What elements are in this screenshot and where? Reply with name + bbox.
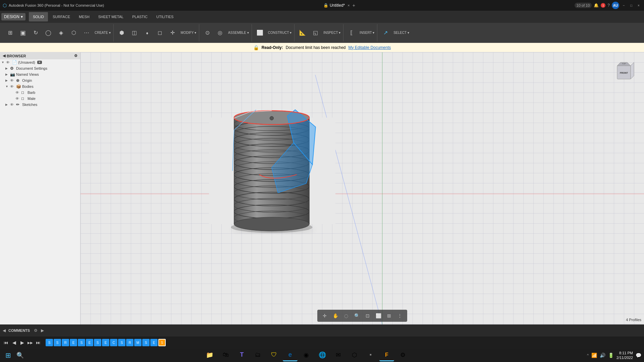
timeline-op-5[interactable]: S bbox=[78, 339, 85, 346]
timeline-op-3[interactable]: R bbox=[62, 339, 69, 346]
tab-utilities[interactable]: UTILITIES bbox=[152, 12, 177, 21]
tree-item-doc-settings[interactable]: ▶ ⚙ Document Settings bbox=[0, 65, 80, 71]
tree-item-bodies[interactable]: ▼ 👁 📦 Bodies bbox=[0, 83, 80, 89]
chamfer-button[interactable]: ⬧ bbox=[141, 27, 153, 39]
section-button[interactable]: ◱ bbox=[309, 27, 321, 39]
taskbar-edge[interactable]: e bbox=[283, 349, 298, 361]
tab-solid[interactable]: SOLID bbox=[29, 12, 48, 21]
viewport[interactable]: FRONT TOP ✛ ✋ ◌ 🔍 ⊡ ⬜ ⊞ ⋮ 4 Profiles bbox=[80, 52, 644, 324]
timeline-op-6[interactable]: E bbox=[86, 339, 93, 346]
timeline-next-button[interactable]: ▶▶ bbox=[27, 339, 34, 346]
taskbar-earth[interactable]: 🌐 bbox=[315, 349, 330, 361]
loft-button[interactable]: ◈ bbox=[55, 27, 67, 39]
timeline-op-13[interactable]: S bbox=[142, 339, 150, 346]
cursor-tool-button[interactable]: ✛ bbox=[320, 311, 329, 320]
timeline-op-10[interactable]: S bbox=[118, 339, 125, 346]
move-button[interactable]: ✛ bbox=[167, 27, 179, 39]
tree-item-unsaved[interactable]: ▼ 👁 📄 (Unsaved) ✕ bbox=[0, 59, 80, 65]
tab-plastic[interactable]: PLASTIC bbox=[128, 12, 152, 21]
press-pull-button[interactable]: ⬢ bbox=[116, 27, 128, 39]
select-tool-button[interactable]: ↗ bbox=[379, 27, 391, 39]
timeline-op-8[interactable]: E bbox=[102, 339, 109, 346]
inspect-dropdown[interactable]: INSPECT ▾ bbox=[322, 30, 342, 35]
construct-dropdown[interactable]: CONSTRUCT ▾ bbox=[267, 30, 293, 35]
viewcube[interactable]: FRONT TOP bbox=[610, 59, 637, 86]
collapse-icon[interactable]: ◀ bbox=[3, 54, 5, 58]
fit-view-button[interactable]: ⊡ bbox=[363, 311, 372, 320]
tree-item-origin[interactable]: ▶ 👁 ⊕ Origin bbox=[0, 77, 80, 83]
rib-button[interactable]: ⬡ bbox=[68, 27, 80, 39]
close-button[interactable]: × bbox=[636, 3, 641, 8]
start-button[interactable]: ⊞ bbox=[3, 350, 13, 361]
more-view-button[interactable]: ⋮ bbox=[395, 311, 405, 320]
timeline-op-4[interactable]: E bbox=[70, 339, 77, 346]
assemble-dropdown[interactable]: ASSEMBLE ▾ bbox=[227, 30, 250, 35]
extrude-button[interactable]: ▣ bbox=[17, 27, 29, 39]
taskbar-explorer[interactable]: 📁 bbox=[202, 349, 217, 361]
taskbar-cmd[interactable]: ▪ bbox=[363, 349, 378, 361]
add-tab-icon[interactable]: + bbox=[353, 3, 355, 8]
close-tab-icon[interactable]: × bbox=[347, 3, 350, 7]
tab-mesh[interactable]: MESH bbox=[75, 12, 94, 21]
create-dropdown[interactable]: CREATE ▾ bbox=[93, 30, 112, 35]
grid-toggle-button[interactable]: ⊞ bbox=[384, 311, 394, 320]
revolve-button[interactable]: ↻ bbox=[30, 27, 42, 39]
comments-settings-icon[interactable]: ⚙ bbox=[34, 328, 38, 333]
sweep-button[interactable]: ◯ bbox=[42, 27, 54, 39]
modify-dropdown[interactable]: MODIFY ▾ bbox=[179, 30, 198, 35]
taskbar-teams[interactable]: T bbox=[234, 349, 249, 361]
timeline-op-14[interactable]: E bbox=[150, 339, 158, 346]
timeline-last-button[interactable]: ⏭ bbox=[35, 339, 42, 346]
shell-button[interactable]: ◻ bbox=[154, 27, 166, 39]
maximize-button[interactable]: □ bbox=[629, 3, 634, 8]
timeline-prev-button[interactable]: ◀ bbox=[11, 339, 17, 346]
taskbar-hex[interactable]: ⬡ bbox=[347, 349, 362, 361]
orbit-tool-button[interactable]: ◌ bbox=[341, 311, 351, 320]
user-avatar[interactable]: AU bbox=[612, 2, 619, 9]
tree-item-sketches[interactable]: ▶ 👁 ✏ Sketches bbox=[0, 102, 80, 108]
timeline-op-1[interactable]: S bbox=[46, 339, 53, 346]
expand-right-icon[interactable]: ▶ bbox=[41, 328, 44, 333]
new-component-button[interactable]: ⊞ bbox=[4, 27, 16, 39]
taskbar-settings[interactable]: ⚙ bbox=[395, 349, 410, 361]
taskbar-norton[interactable]: 🛡 bbox=[267, 349, 281, 361]
question-icon[interactable]: ? bbox=[607, 3, 610, 8]
more-create-button[interactable]: ⋯ bbox=[80, 27, 93, 39]
design-dropdown[interactable]: DESIGN ▾ bbox=[1, 13, 25, 20]
tab-surface[interactable]: SURFACE bbox=[49, 12, 74, 21]
select-dropdown[interactable]: SELECT ▾ bbox=[392, 30, 411, 35]
taskbar-files[interactable]: 🗂 bbox=[251, 349, 265, 361]
timeline-op-12[interactable]: M bbox=[134, 339, 142, 346]
new-joint-button[interactable]: ⊙ bbox=[201, 27, 213, 39]
insert-dropdown[interactable]: INSERT ▾ bbox=[358, 30, 376, 35]
tab-sheet-metal[interactable]: SHEET METAL bbox=[94, 12, 127, 21]
joint-origin-button[interactable]: ◎ bbox=[214, 27, 226, 39]
search-button[interactable]: 🔍 bbox=[15, 350, 25, 361]
timeline-op-9[interactable]: C bbox=[110, 339, 117, 346]
notification-center-icon[interactable]: 💬 bbox=[636, 353, 641, 358]
clock-display[interactable]: 8:11 PM 2/11/2022 bbox=[616, 351, 633, 360]
taskbar-mail[interactable]: ✉ bbox=[331, 349, 346, 361]
measure-button[interactable]: 📐 bbox=[297, 27, 309, 39]
tree-item-named-views[interactable]: ▶ 📷 Named Views bbox=[0, 71, 80, 77]
notification-icon[interactable]: 🔔 bbox=[594, 3, 599, 8]
timeline-play-button[interactable]: ▶ bbox=[19, 339, 25, 346]
tree-item-barb[interactable]: 👁 □ Barb bbox=[0, 89, 80, 96]
tree-item-male[interactable]: 👁 □ Male bbox=[0, 96, 80, 102]
taskbar-fusion[interactable]: F bbox=[379, 349, 394, 361]
minimize-button[interactable]: − bbox=[621, 3, 627, 8]
timeline-op-11[interactable]: R bbox=[126, 339, 133, 346]
taskbar-chrome[interactable]: ◉ bbox=[299, 349, 314, 361]
insert-svg-button[interactable]: ⟦ bbox=[345, 27, 358, 39]
collapse-left-icon[interactable]: ◀ bbox=[3, 328, 6, 333]
taskbar-store[interactable]: 🛍 bbox=[218, 349, 233, 361]
zoom-tool-button[interactable]: 🔍 bbox=[352, 311, 362, 320]
notif-link[interactable]: My Editable Documents bbox=[348, 45, 391, 50]
display-mode-button[interactable]: ⬜ bbox=[374, 311, 383, 320]
timeline-first-button[interactable]: ⏮ bbox=[3, 339, 9, 346]
timeline-op-15-active[interactable]: S bbox=[158, 339, 166, 346]
browser-settings-icon[interactable]: ⚙ bbox=[74, 54, 77, 58]
timeline-op-2[interactable]: S bbox=[54, 339, 61, 346]
pan-tool-button[interactable]: ✋ bbox=[331, 311, 340, 320]
fillet-button[interactable]: ◫ bbox=[128, 27, 141, 39]
